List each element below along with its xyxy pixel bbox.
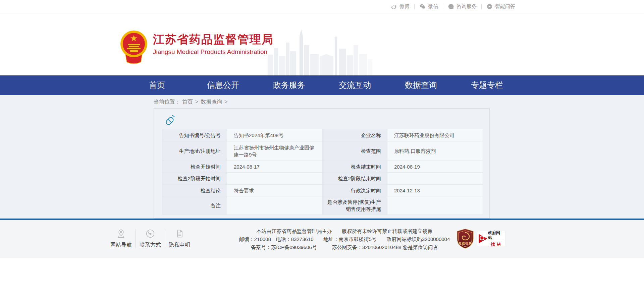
field-label: 企业名称 — [323, 129, 387, 141]
footer-line-host: 本站由江苏省药品监督管理局主办 版权所有未经许可禁止转载或者建立镜像 — [212, 227, 477, 235]
table-row: 检查开始时间 2024-08-17 检查结束时间 2024-08-19 — [162, 161, 483, 173]
field-value — [227, 196, 323, 215]
party-gov-shield-badge[interactable]: 党政机关 — [456, 229, 475, 249]
site-error-badge-rule — [489, 241, 503, 241]
city-skyline-graphic — [268, 22, 375, 75]
field-value: 2024-08-17 — [227, 161, 323, 173]
field-value: 2024-12-13 — [387, 185, 483, 196]
footer-line-contact: 邮编：210008 电话：83273610 地址：南京市鼓楼街5号 政府网站标识… — [212, 235, 477, 243]
topbar-link-label: 咨询服务 — [457, 3, 477, 10]
main-content-area: 当前位置：首页>数据查询> 告知书 — [0, 95, 644, 219]
breadcrumb: 当前位置：首页>数据查询> — [154, 99, 228, 106]
field-label: 是否涉及暂停(恢复)生产销售使用等措施 — [323, 196, 387, 215]
field-label: 告知书编号/公告号 — [162, 129, 227, 141]
field-label: 检查范围 — [323, 141, 387, 161]
footer-quick-links: 网站导航 联系方式 — [107, 229, 194, 249]
national-emblem-logo — [119, 30, 149, 65]
field-label: 行政决定时间 — [323, 185, 387, 196]
footer-link-privacy[interactable]: 隐私申明 — [165, 229, 194, 249]
field-value — [227, 173, 323, 185]
field-value — [387, 173, 483, 185]
smart-qa-icon — [486, 3, 493, 10]
site-header: 江苏省药品监督管理局 Jiangsu Medical Products Admi… — [0, 14, 644, 75]
topbar-link-wechat[interactable]: 微信 — [415, 3, 443, 10]
footer-link-label: 联系方式 — [140, 242, 161, 249]
topbar: 微博 微信 — [0, 0, 644, 13]
shield-badge-label: 党政机关 — [456, 241, 475, 246]
field-label: 检查2阶段结束时间 — [323, 173, 387, 185]
field-label: 检查结束时间 — [323, 161, 387, 173]
field-value — [387, 196, 483, 215]
inspection-detail-panel: 告知书编号/公告号 告知书2024年第408号 企业名称 江苏联环药业股份有限公… — [154, 108, 490, 219]
table-row: 生产地址/注册地址 江苏省扬州市扬州生物健康产业园健康一路9号 检查范围 原料药… — [162, 141, 483, 161]
field-value: 江苏省扬州市扬州生物健康产业园健康一路9号 — [227, 141, 323, 161]
topbar-link-label: 微博 — [399, 3, 410, 10]
field-value: 2024-08-19 — [387, 161, 483, 173]
topbar-link-weibo[interactable]: 微博 — [386, 3, 414, 10]
pill-icon — [163, 114, 176, 127]
breadcrumb-prefix: 当前位置： — [154, 99, 180, 105]
field-value: 江苏联环药业股份有限公司 — [387, 129, 483, 141]
table-row: 检查2阶段开始时间 检查2阶段结束时间 — [162, 173, 483, 185]
table-row: 告知书编号/公告号 告知书2024年第408号 企业名称 江苏联环药业股份有限公… — [162, 129, 483, 141]
topbar-link-consult[interactable]: 咨询服务 — [443, 3, 481, 10]
site-error-badge-action: 找错 — [489, 242, 503, 247]
site-error-report-badge[interactable]: 政府网站 找错 — [477, 231, 506, 246]
field-label: 检查2阶段开始时间 — [162, 173, 227, 185]
table-row: 检查结论 符合要求 行政决定时间 2024-12-13 — [162, 185, 483, 196]
field-label: 检查开始时间 — [162, 161, 227, 173]
footer: 网站导航 联系方式 — [0, 220, 644, 258]
field-value: 符合要求 — [227, 185, 323, 196]
footer-link-contact[interactable]: 联系方式 — [136, 229, 165, 249]
page: 微博 微信 — [0, 0, 644, 307]
breadcrumb-section-link[interactable]: 数据查询 — [201, 99, 222, 105]
field-label: 备注 — [162, 196, 227, 215]
footer-link-label: 网站导航 — [110, 242, 132, 249]
site-error-badge-title: 政府网站 — [488, 230, 504, 240]
topbar-link-smart-qa[interactable]: 智能问答 — [482, 3, 520, 10]
find-error-icon — [478, 233, 488, 244]
map-pin-icon — [116, 229, 126, 239]
chat-service-icon — [448, 3, 454, 10]
nav-item-gov-services[interactable]: 政务服务 — [256, 75, 322, 95]
topbar-link-label: 微信 — [428, 3, 438, 10]
document-icon — [174, 229, 184, 239]
wechat-icon — [419, 3, 426, 10]
site-subtitle: Jiangsu Medical Products Administration — [153, 48, 274, 56]
main-nav: 首页 信息公开 政务服务 交流互动 数据查询 专题专栏 — [0, 75, 644, 95]
shield-icon — [456, 229, 475, 249]
footer-badges: 党政机关 政府网站 找错 — [456, 229, 506, 249]
field-value: 原料药,口服溶液剂 — [387, 141, 483, 161]
breadcrumb-separator: > — [195, 99, 198, 105]
nav-item-info-disclosure[interactable]: 信息公开 — [190, 75, 256, 95]
nav-item-home[interactable]: 首页 — [124, 75, 190, 95]
breadcrumb-separator: > — [224, 99, 227, 105]
footer-legal-text: 本站由江苏省药品监督管理局主办 版权所有未经许可禁止转载或者建立镜像 邮编：21… — [212, 227, 477, 251]
field-value: 告知书2024年第408号 — [227, 129, 323, 141]
weibo-icon — [391, 3, 397, 10]
site-title: 江苏省药品监督管理局 — [153, 33, 274, 46]
nav-item-interaction[interactable]: 交流互动 — [322, 75, 388, 95]
topbar-link-label: 智能问答 — [495, 3, 515, 10]
nav-item-data-query[interactable]: 数据查询 — [388, 75, 454, 95]
footer-link-sitemap[interactable]: 网站导航 — [107, 229, 136, 249]
inspection-detail-table: 告知书编号/公告号 告知书2024年第408号 企业名称 江苏联环药业股份有限公… — [162, 129, 483, 215]
phone-icon — [145, 229, 155, 239]
footer-line-icp: 备案号：苏ICP备09039606号 苏公网安备：32010602010488 … — [212, 243, 477, 251]
breadcrumb-home-link[interactable]: 首页 — [182, 99, 193, 105]
nav-item-special-topics[interactable]: 专题专栏 — [454, 75, 520, 95]
field-label: 生产地址/注册地址 — [162, 141, 227, 161]
table-row: 备注 是否涉及暂停(恢复)生产销售使用等措施 — [162, 196, 483, 215]
field-label: 检查结论 — [162, 185, 227, 196]
footer-link-label: 隐私申明 — [169, 242, 190, 249]
